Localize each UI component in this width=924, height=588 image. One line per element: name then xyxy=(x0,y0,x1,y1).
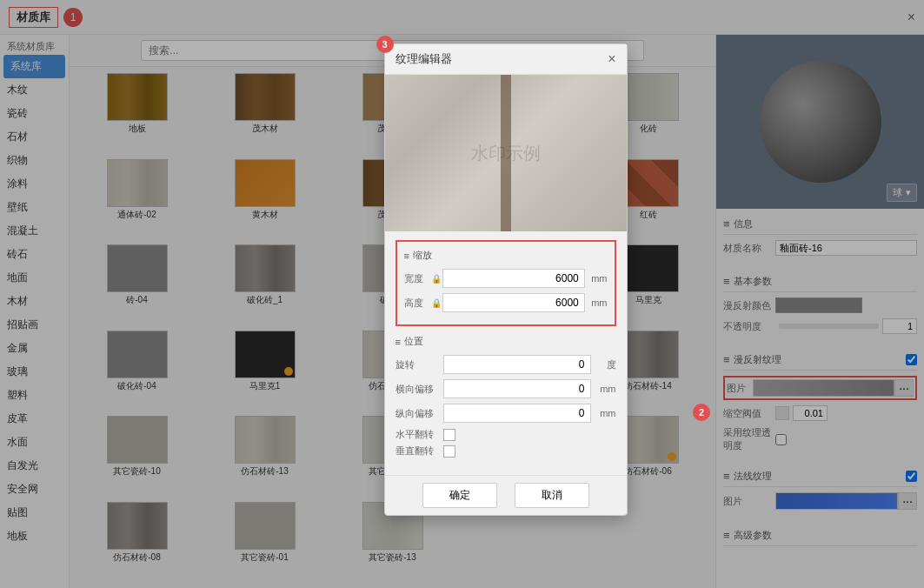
position-section: ≡ 位置 旋转 度 横向偏移 mm 纵向偏移 mm xyxy=(396,335,616,458)
dialog-body: ≡ 缩放 宽度 🔒 mm 高度 🔒 mm xyxy=(385,231,627,475)
cancel-button[interactable]: 取消 xyxy=(515,483,589,508)
width-lock-icon: 🔒 xyxy=(430,271,442,285)
scale-header: ≡ 缩放 xyxy=(404,249,608,262)
dialog-title: 纹理编辑器 xyxy=(396,51,452,67)
badge-3: 3 xyxy=(376,36,394,53)
badge-2: 2 xyxy=(693,404,710,421)
position-header: ≡ 位置 xyxy=(396,335,616,348)
v-offset-input[interactable] xyxy=(443,404,591,423)
dialog-close-button[interactable]: × xyxy=(608,51,615,67)
height-row: 高度 🔒 mm xyxy=(404,293,608,312)
h-offset-input[interactable] xyxy=(443,379,591,398)
dialog-footer: 确定 取消 xyxy=(385,475,627,515)
dialog-preview: 水印示例 xyxy=(385,75,627,231)
scale-section: ≡ 缩放 宽度 🔒 mm 高度 🔒 mm xyxy=(396,240,616,326)
v-flip-checkbox[interactable] xyxy=(443,445,455,458)
h-flip-checkbox[interactable] xyxy=(443,429,455,441)
v-flip-row: 垂直翻转 xyxy=(396,444,616,458)
confirm-button[interactable]: 确定 xyxy=(422,483,497,508)
dialog-title-bar: 纹理编辑器 × xyxy=(385,44,627,75)
height-lock-icon: 🔒 xyxy=(430,296,442,310)
dialog-overlay: 2 3 纹理编辑器 × 水印示例 ≡ 缩放 宽度 🔒 xyxy=(0,0,924,588)
texture-editor-dialog: 3 纹理编辑器 × 水印示例 ≡ 缩放 宽度 🔒 m xyxy=(384,43,628,516)
h-flip-row: 水平翻转 xyxy=(396,428,616,441)
rotate-row: 旋转 度 xyxy=(396,355,616,374)
height-input[interactable] xyxy=(442,293,585,312)
rotate-input[interactable] xyxy=(443,355,591,374)
width-row: 宽度 🔒 mm xyxy=(404,269,608,288)
v-offset-row: 纵向偏移 mm xyxy=(396,404,616,423)
h-offset-row: 横向偏移 mm xyxy=(396,379,616,398)
width-input[interactable] xyxy=(442,269,585,288)
